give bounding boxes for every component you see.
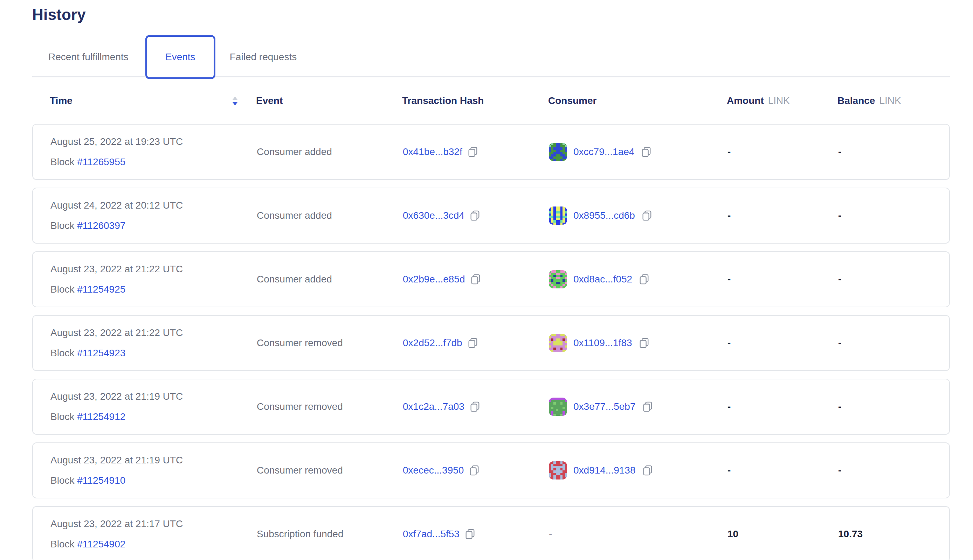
time-cell: August 25, 2022 at 19:23 UTC Block #1126… [50, 136, 257, 168]
consumer-hash-link[interactable]: 0xd8ac...f052 [573, 274, 632, 285]
block-number-link[interactable]: #11254910 [77, 475, 125, 486]
consumer-avatar [549, 207, 567, 225]
consumer-hash-link[interactable]: 0xd914...9138 [573, 465, 636, 476]
balance-value: - [838, 210, 949, 221]
column-header-time[interactable]: Time [50, 95, 256, 107]
copy-icon[interactable] [642, 465, 653, 476]
consumer-cell: 0xd914...9138 [549, 461, 727, 480]
consumer-avatar [549, 398, 567, 416]
copy-icon[interactable] [640, 146, 652, 158]
event-type-label: Consumer removed [257, 401, 403, 412]
transaction-hash-link[interactable]: 0x2b9e...e85d [403, 274, 465, 285]
consumer-cell: 0x8955...cd6b [549, 207, 727, 225]
balance-value: - [838, 337, 949, 348]
time-cell: August 23, 2022 at 21:19 UTC Block #1125… [50, 455, 257, 486]
transaction-hash-link[interactable]: 0xf7ad...5f53 [403, 528, 460, 540]
tab-events[interactable]: Events [145, 35, 216, 79]
block-label: Block [50, 475, 74, 486]
event-type-label: Consumer removed [257, 465, 403, 476]
transaction-hash-cell: 0x2d52...f7db [403, 337, 549, 348]
column-header-balance: Balance LINK [838, 95, 950, 107]
copy-icon[interactable] [639, 274, 650, 285]
copy-icon[interactable] [642, 401, 653, 412]
consumer-avatar [549, 270, 567, 288]
amount-unit-label: LINK [768, 95, 790, 107]
time-cell: August 23, 2022 at 21:17 UTC Block #1125… [50, 518, 257, 550]
consumer-hash-link[interactable]: 0x3e77...5eb7 [573, 401, 636, 412]
copy-icon[interactable] [467, 337, 478, 348]
row-timestamp: August 25, 2022 at 19:23 UTC [50, 136, 257, 147]
copy-icon[interactable] [469, 465, 480, 476]
row-timestamp: August 23, 2022 at 21:19 UTC [50, 391, 257, 402]
amount-value: - [727, 210, 838, 221]
copy-icon[interactable] [469, 401, 481, 412]
copy-icon[interactable] [470, 274, 481, 285]
table-row: August 24, 2022 at 20:12 UTC Block #1126… [32, 188, 950, 243]
amount-value: - [727, 401, 838, 412]
page-title: History [32, 5, 950, 25]
history-page: History Recent fulfillments Events Faile… [0, 0, 950, 560]
balance-value: - [838, 401, 949, 412]
time-cell: August 23, 2022 at 21:22 UTC Block #1125… [50, 263, 257, 295]
copy-icon[interactable] [467, 146, 478, 158]
block-number-link[interactable]: #11265955 [77, 157, 125, 167]
column-header-transaction-hash: Transaction Hash [402, 95, 548, 107]
row-timestamp: August 23, 2022 at 21:22 UTC [50, 327, 257, 338]
consumer-hash-link[interactable]: 0x1109...1f83 [573, 337, 632, 348]
table-row: August 25, 2022 at 19:23 UTC Block #1126… [32, 124, 950, 180]
column-header-event: Event [256, 95, 402, 107]
sort-descending-icon[interactable] [232, 97, 238, 105]
amount-value: - [727, 274, 838, 285]
event-rows: August 25, 2022 at 19:23 UTC Block #1126… [32, 124, 950, 560]
transaction-hash-link[interactable]: 0xecec...3950 [403, 465, 464, 476]
block-number-link[interactable]: #11254912 [77, 411, 125, 422]
table-row: August 23, 2022 at 21:22 UTC Block #1125… [32, 251, 950, 307]
consumer-cell: 0x3e77...5eb7 [549, 398, 727, 416]
balance-value: 10.73 [838, 528, 949, 540]
block-number-link[interactable]: #11260397 [77, 220, 125, 231]
block-label: Block [50, 538, 74, 550]
consumer-avatar [549, 143, 567, 161]
block-label: Block [50, 411, 74, 422]
block-number-link[interactable]: #11254902 [77, 538, 125, 550]
table-row: August 23, 2022 at 21:19 UTC Block #1125… [32, 379, 950, 435]
transaction-hash-cell: 0x630e...3cd4 [403, 210, 549, 221]
row-timestamp: August 23, 2022 at 21:19 UTC [50, 455, 257, 466]
table-row: August 23, 2022 at 21:19 UTC Block #1125… [32, 442, 950, 498]
balance-value: - [838, 465, 949, 476]
event-type-label: Consumer removed [257, 337, 403, 348]
consumer-hash-link[interactable]: - [549, 528, 552, 540]
copy-icon[interactable] [641, 210, 652, 221]
copy-icon[interactable] [469, 210, 481, 221]
consumer-hash-link[interactable]: 0x8955...cd6b [573, 210, 635, 221]
tab-failed-requests[interactable]: Failed requests [230, 52, 297, 63]
amount-value: - [727, 337, 838, 348]
block-label: Block [50, 348, 74, 358]
sort-up-arrow-icon [232, 97, 238, 100]
time-cell: August 23, 2022 at 21:22 UTC Block #1125… [50, 327, 257, 359]
consumer-avatar [549, 461, 567, 480]
column-header-consumer: Consumer [548, 95, 727, 107]
balance-value: - [838, 146, 949, 158]
copy-icon[interactable] [465, 528, 476, 540]
time-cell: August 24, 2022 at 20:12 UTC Block #1126… [50, 200, 257, 232]
block-label: Block [50, 157, 74, 167]
copy-icon[interactable] [639, 337, 650, 348]
consumer-cell: 0xd8ac...f052 [549, 270, 727, 288]
block-number-link[interactable]: #11254925 [77, 284, 125, 295]
tab-recent-fulfillments[interactable]: Recent fulfillments [48, 52, 129, 63]
amount-value: - [727, 146, 838, 158]
row-timestamp: August 23, 2022 at 21:17 UTC [50, 518, 257, 530]
event-type-label: Consumer added [257, 274, 403, 285]
consumer-hash-link[interactable]: 0xcc79...1ae4 [573, 146, 634, 158]
block-label: Block [50, 220, 74, 231]
block-number-link[interactable]: #11254923 [77, 348, 125, 358]
transaction-hash-link[interactable]: 0x2d52...f7db [403, 337, 462, 348]
consumer-cell: - [549, 528, 727, 540]
event-type-label: Subscription funded [257, 528, 403, 540]
table-row: August 23, 2022 at 21:17 UTC Block #1125… [32, 506, 950, 560]
transaction-hash-link[interactable]: 0x630e...3cd4 [403, 210, 465, 221]
transaction-hash-link[interactable]: 0x41be...b32f [403, 146, 462, 158]
transaction-hash-cell: 0xf7ad...5f53 [403, 528, 549, 540]
transaction-hash-link[interactable]: 0x1c2a...7a03 [403, 401, 465, 412]
